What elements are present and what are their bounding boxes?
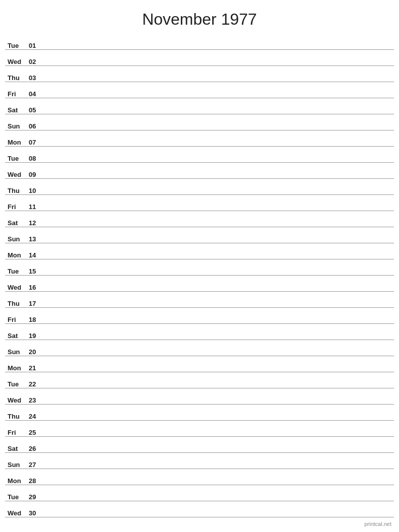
day-number: 26 [29, 445, 43, 452]
day-number: 05 [29, 106, 43, 114]
day-number: 21 [29, 364, 43, 372]
day-row: Sat12 [5, 211, 394, 227]
day-number: 19 [29, 332, 43, 340]
day-number: 14 [29, 251, 43, 259]
day-name: Fri [8, 429, 29, 436]
day-number: 10 [29, 187, 43, 194]
day-name: Thu [8, 413, 29, 420]
day-row: Sun06 [5, 114, 394, 130]
day-number: 15 [29, 268, 43, 275]
day-number: 04 [29, 90, 43, 98]
day-row: Tue01 [5, 34, 394, 50]
day-name: Sun [8, 461, 29, 469]
day-name: Sat [8, 332, 29, 340]
day-row: Sat19 [5, 324, 394, 340]
day-row: Mon21 [5, 356, 394, 372]
day-number: 22 [29, 380, 43, 388]
day-number: 12 [29, 219, 43, 227]
day-name: Fri [8, 316, 29, 323]
day-number: 01 [29, 42, 43, 49]
day-name: Sun [8, 235, 29, 243]
day-number: 27 [29, 461, 43, 469]
day-name: Mon [8, 251, 29, 259]
day-row: Mon14 [5, 243, 394, 259]
day-name: Wed [8, 171, 29, 178]
day-name: Sat [8, 106, 29, 114]
day-name: Fri [8, 90, 29, 98]
day-row: Thu03 [5, 66, 394, 82]
day-name: Wed [8, 284, 29, 291]
day-name: Tue [8, 42, 29, 49]
day-row: Wed09 [5, 163, 394, 179]
day-name: Wed [8, 396, 29, 404]
day-number: 11 [29, 203, 43, 211]
day-number: 23 [29, 396, 43, 404]
day-row: Tue08 [5, 147, 394, 163]
day-number: 20 [29, 348, 43, 356]
day-name: Sat [8, 219, 29, 227]
day-row: Thu10 [5, 179, 394, 195]
day-name: Thu [8, 300, 29, 307]
day-row: Wed16 [5, 276, 394, 292]
day-number: 13 [29, 235, 43, 243]
day-number: 07 [29, 139, 43, 146]
day-row: Fri18 [5, 308, 394, 324]
day-row: Tue29 [5, 485, 394, 501]
day-name: Tue [8, 155, 29, 162]
day-number: 09 [29, 171, 43, 178]
day-row: Sat05 [5, 98, 394, 114]
day-number: 28 [29, 477, 43, 485]
day-name: Fri [8, 203, 29, 211]
day-number: 18 [29, 316, 43, 323]
day-row: Wed02 [5, 50, 394, 66]
day-row: Fri25 [5, 421, 394, 437]
day-row: Sun20 [5, 340, 394, 356]
day-row: Thu17 [5, 292, 394, 308]
day-row: Tue22 [5, 372, 394, 388]
day-number: 17 [29, 300, 43, 307]
day-number: 30 [29, 509, 43, 517]
day-row: Sat26 [5, 437, 394, 453]
day-row: Sun13 [5, 227, 394, 243]
day-number: 03 [29, 74, 43, 82]
day-number: 16 [29, 284, 43, 291]
day-name: Mon [8, 139, 29, 146]
day-row: Wed23 [5, 388, 394, 405]
calendar-container: Tue01Wed02Thu03Fri04Sat05Sun06Mon07Tue08… [0, 34, 399, 517]
day-name: Sat [8, 445, 29, 452]
day-number: 08 [29, 155, 43, 162]
day-name: Mon [8, 477, 29, 485]
day-name: Sun [8, 122, 29, 130]
day-number: 24 [29, 413, 43, 420]
day-name: Thu [8, 187, 29, 194]
day-row: Thu24 [5, 405, 394, 421]
day-row: Sun27 [5, 453, 394, 469]
day-name: Thu [8, 74, 29, 82]
day-name: Sun [8, 348, 29, 356]
day-name: Wed [8, 58, 29, 65]
day-name: Mon [8, 364, 29, 372]
day-name: Tue [8, 380, 29, 388]
day-number: 02 [29, 58, 43, 65]
day-row: Tue15 [5, 259, 394, 276]
day-row: Fri04 [5, 82, 394, 98]
day-number: 06 [29, 122, 43, 130]
day-row: Wed30 [5, 501, 394, 517]
day-row: Mon07 [5, 130, 394, 147]
day-name: Tue [8, 493, 29, 501]
footer-label: printcal.net [364, 521, 391, 527]
day-number: 25 [29, 429, 43, 436]
day-row: Fri11 [5, 195, 394, 211]
day-name: Wed [8, 509, 29, 517]
day-row: Mon28 [5, 469, 394, 485]
day-name: Tue [8, 268, 29, 275]
day-number: 29 [29, 493, 43, 501]
page-title: November 1977 [0, 0, 399, 34]
